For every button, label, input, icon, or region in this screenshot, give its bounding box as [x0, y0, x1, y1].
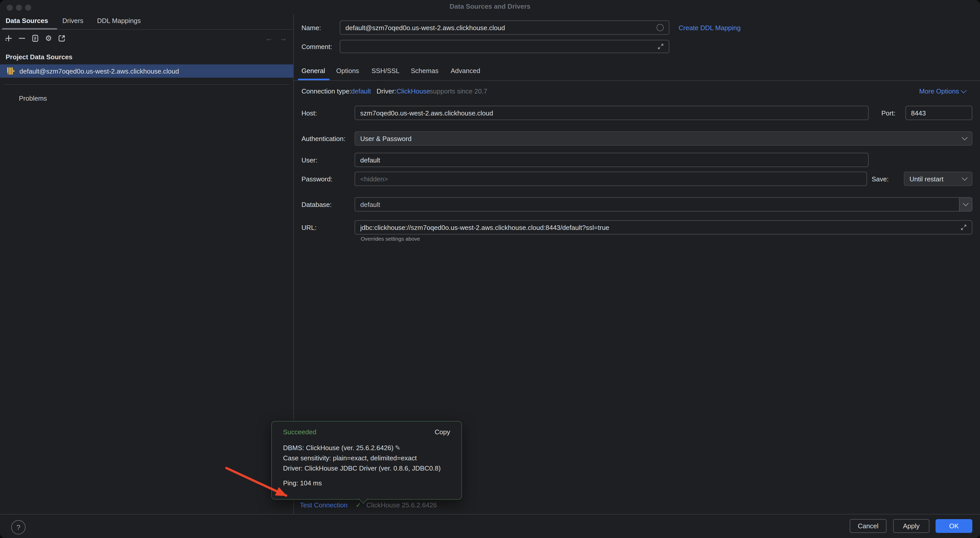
password-placeholder: <hidden>	[360, 175, 861, 183]
create-ddl-mapping-link[interactable]: Create DDL Mapping	[679, 24, 741, 32]
tab-options[interactable]: Options	[336, 67, 359, 75]
project-data-sources-header: Project Data Sources	[6, 53, 73, 61]
comment-label: Comment:	[301, 43, 332, 51]
active-tab-underline	[2, 28, 57, 30]
driver-label: Driver:	[377, 88, 396, 95]
chevron-down-icon	[961, 88, 967, 94]
tab-advanced[interactable]: Advanced	[451, 67, 480, 75]
help-button[interactable]: ?	[11, 520, 25, 535]
popup-driver-line: Driver: ClickHouse JDBC Driver (ver. 0.8…	[283, 465, 441, 472]
user-field[interactable]: default	[355, 153, 869, 167]
user-label: User:	[301, 156, 317, 164]
database-label: Database:	[301, 201, 332, 209]
main-tabs-divider	[294, 80, 980, 81]
expand-editor-icon[interactable]	[658, 43, 664, 49]
test-connection-result: ClickHouse 25.6.2.6426	[366, 501, 437, 509]
name-field[interactable]: default@szm7oqed0o.us-west-2.aws.clickho…	[340, 21, 669, 35]
save-label: Save:	[872, 175, 889, 183]
tab-schemas[interactable]: Schemas	[411, 67, 438, 75]
test-connection-popup: Succeeded Copy DBMS: ClickHouse (ver. 25…	[271, 421, 462, 500]
name-label: Name:	[301, 24, 321, 32]
clickhouse-icon	[6, 67, 15, 75]
url-note: Overrides settings above	[361, 236, 420, 242]
driver-value-link[interactable]: ClickHouse	[396, 88, 430, 95]
popup-case-line: Case sensitivity: plain=exact, delimited…	[283, 454, 417, 462]
add-data-source-icon[interactable]	[5, 34, 13, 42]
url-field[interactable]: jdbc:clickhouse://szm7oqed0o.us-west-2.a…	[355, 220, 972, 234]
pencil-edit-icon[interactable]: ✎	[395, 444, 401, 452]
chevron-down-icon	[962, 135, 968, 140]
tab-drivers[interactable]: Drivers	[62, 17, 83, 24]
test-connection-link[interactable]: Test Connection	[300, 501, 347, 509]
authentication-label: Authentication:	[301, 135, 345, 143]
data-source-label: default@szm7oqed0o.us-west-2.aws.clickho…	[19, 67, 179, 75]
driver-support-note: supports since 20.7	[430, 88, 487, 95]
host-field[interactable]: szm7oqed0o.us-west-2.aws.clickhouse.clou…	[355, 106, 869, 120]
database-combo[interactable]: default	[355, 197, 972, 212]
database-dropdown-button[interactable]	[959, 198, 972, 211]
password-field[interactable]: <hidden>	[355, 172, 867, 186]
tab-general[interactable]: General	[301, 67, 325, 75]
footer-divider	[0, 514, 980, 514]
apply-button[interactable]: Apply	[893, 519, 929, 533]
port-label: Port:	[881, 109, 896, 117]
problems-section-label[interactable]: Problems	[19, 94, 47, 102]
popup-status: Succeeded	[283, 428, 316, 436]
color-marker-icon[interactable]	[657, 24, 664, 31]
active-general-tab-underline	[298, 79, 329, 80]
password-label: Password:	[301, 175, 332, 183]
chevron-down-icon	[962, 175, 968, 181]
connection-type-label: Connection type:	[301, 88, 351, 95]
tab-data-sources[interactable]: Data Sources	[6, 17, 48, 24]
popup-copy-link[interactable]: Copy	[434, 428, 450, 436]
back-arrow-icon[interactable]: ←	[265, 34, 273, 42]
authentication-dropdown[interactable]: User & Password	[355, 131, 972, 146]
popup-ping-line: Ping: 104 ms	[283, 479, 322, 487]
connection-type-value-link[interactable]: default	[351, 88, 371, 95]
ok-button[interactable]: OK	[935, 519, 972, 533]
url-label: URL:	[301, 224, 317, 231]
tab-ssh-ssl[interactable]: SSH/SSL	[371, 67, 399, 75]
check-icon: ✓	[356, 501, 361, 509]
save-dropdown[interactable]: Until restart	[904, 172, 972, 186]
window-title: Data Sources and Drivers	[0, 3, 980, 10]
cancel-button[interactable]: Cancel	[850, 519, 886, 533]
popup-dbms-line: DBMS: ClickHouse (ver. 25.6.2.6426)✎	[283, 444, 401, 452]
comment-field[interactable]	[340, 40, 669, 53]
forward-arrow-icon[interactable]: →	[280, 34, 287, 42]
expand-editor-icon[interactable]	[961, 224, 967, 231]
port-field[interactable]: 8443	[905, 106, 972, 120]
remove-data-source-icon[interactable]	[18, 34, 26, 42]
tab-ddl-mappings[interactable]: DDL Mappings	[97, 17, 141, 24]
host-label: Host:	[301, 109, 317, 117]
panel-splitter[interactable]	[4, 84, 289, 85]
data-source-list-item[interactable]: default@szm7oqed0o.us-west-2.aws.clickho…	[0, 64, 293, 78]
data-sources-dialog: Data Sources and Drivers Data Sources Dr…	[0, 0, 980, 538]
more-options-link[interactable]: More Options	[919, 88, 966, 95]
settings-gear-icon[interactable]: ⚙	[45, 34, 52, 42]
duplicate-icon[interactable]	[31, 34, 39, 42]
open-in-new-window-icon[interactable]	[58, 34, 66, 42]
